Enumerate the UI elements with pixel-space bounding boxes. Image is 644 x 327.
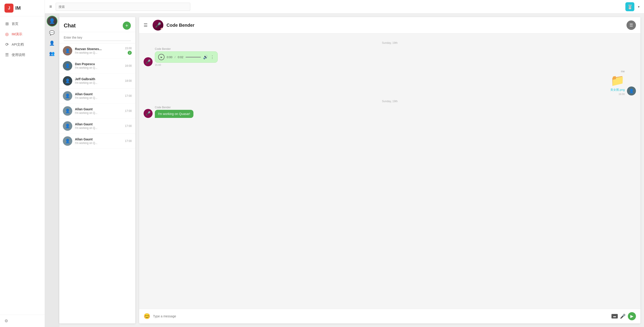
msg-time: 16:00: [610, 93, 625, 96]
chat-item-time: 16:00: [125, 64, 132, 67]
emoji-button[interactable]: 😊: [144, 313, 150, 319]
chat-item-info: Allan Gaunt I'm working on Q...: [75, 92, 122, 100]
chat-item-preview: I'm working on Q...: [75, 66, 122, 69]
file-bubble[interactable]: 📁 美女图.png: [610, 74, 625, 92]
sidebar-item-home-label: 首页: [12, 22, 18, 26]
hamburger-button[interactable]: ≡: [49, 4, 52, 9]
chat-item-avatar: 👤: [63, 106, 72, 116]
settings-icon: ⚙: [4, 318, 8, 323]
msg-content: me 📁 美女图.png 16:00: [610, 70, 625, 96]
sidebar-footer: ⚙: [0, 315, 45, 327]
message-row: 🎤 Code Bender 0:00 / 0:02 🔊 ⋮ 15:00: [144, 47, 636, 66]
chat-item-avatar: 👤: [63, 91, 72, 101]
header-avatar[interactable]: 🐰: [626, 2, 634, 11]
audio-volume-icon[interactable]: 🔊: [203, 55, 208, 60]
chat-item-avatar: 👤: [63, 76, 72, 86]
sidebar-item-usage-label: 使用说明: [12, 53, 25, 57]
chat-header-avatar: 🎤: [152, 20, 163, 31]
chat-item-avatar: 👤: [63, 136, 72, 146]
input-actions: ▬ 🎤 ▶: [612, 312, 636, 320]
send-button[interactable]: ▶: [628, 312, 636, 320]
audio-progress-bar[interactable]: [186, 57, 201, 58]
messages-area: Sunday, 19th 🎤 Code Bender 0:00 / 0:02 🔊…: [139, 34, 640, 309]
chat-header: ☰ 🎤 Code Bender ☰: [139, 17, 640, 34]
im-demo-icon: ◎: [4, 32, 10, 37]
message-input[interactable]: [153, 314, 609, 318]
chat-item-info: Razvan Stoenes... I'm working on Q...: [75, 47, 122, 54]
sidebar-item-home[interactable]: ⊞ 首页: [0, 19, 45, 29]
logo-area: J IM: [0, 0, 45, 17]
mic-button[interactable]: 🎤: [620, 313, 626, 319]
sidebar: J IM ⊞ 首页 ◎ IM演示 ⟳ API文档 ☰ 使用说明 ⚙: [0, 0, 45, 327]
header-dropdown-button[interactable]: ▾: [638, 5, 640, 9]
chat-search-input[interactable]: [64, 34, 131, 41]
usage-icon: ☰: [4, 52, 10, 57]
chat-list: 👤 Razvan Stoenes... I'm working on Q... …: [59, 43, 135, 323]
chat-list-toggle-icon[interactable]: ☰: [144, 23, 148, 28]
sidebar-item-im-demo-label: IM演示: [12, 32, 22, 36]
chat-item-meta: 15:00 2: [125, 47, 132, 55]
chat-item-name: Allan Gaunt: [75, 122, 122, 126]
msg-content: Code Bender 0:00 / 0:02 🔊 ⋮ 15:00: [155, 47, 218, 66]
settings-button[interactable]: ⚙: [4, 318, 40, 323]
main-header: ≡ 🐰 ▾: [45, 0, 644, 14]
api-docs-icon: ⟳: [4, 42, 10, 47]
more-options-button[interactable]: ☰: [626, 21, 636, 30]
message-row: 👤 me 📁 美女图.png 16:00: [144, 70, 636, 96]
date-label: Sunday, 19th: [380, 41, 400, 45]
chat-item-meta: 17:00: [125, 109, 132, 113]
chat-item-info: Dan Popescu I'm working on Q...: [75, 62, 122, 69]
chat-item-meta: 18:00: [125, 79, 132, 82]
chat-panel-icon[interactable]: 💬: [48, 29, 56, 37]
add-chat-button[interactable]: +: [123, 22, 131, 30]
audio-more-icon[interactable]: ⋮: [210, 55, 214, 60]
file-message: 📁 美女图.png: [610, 74, 625, 92]
audio-play-button[interactable]: [158, 54, 164, 60]
chat-item-preview: I'm working on Q...: [75, 142, 122, 145]
sidebar-item-usage[interactable]: ☰ 使用说明: [0, 50, 45, 60]
chat-list-item[interactable]: 👤 Jeff Galbraith I'm working on Q... 18:…: [59, 74, 135, 89]
msg-content: Code Bender I'm working on Quasar!: [155, 106, 194, 118]
msg-avatar: 🎤: [144, 57, 152, 66]
chat-item-info: Jeff Galbraith I'm working on Q...: [75, 77, 122, 85]
sidebar-nav: ⊞ 首页 ◎ IM演示 ⟳ API文档 ☰ 使用说明: [0, 17, 45, 315]
chat-list-panel: Chat + 👤 Razvan Stoenes... I'm working o…: [59, 17, 136, 323]
text-message-bubble: I'm working on Quasar!: [155, 110, 194, 118]
chat-item-time: 17:00: [125, 94, 132, 98]
file-attach-button[interactable]: ▬: [612, 314, 618, 318]
audio-current-time: 0:00: [167, 56, 172, 59]
home-icon: ⊞: [4, 21, 10, 26]
chat-list-item[interactable]: 👤 Razvan Stoenes... I'm working on Q... …: [59, 43, 135, 58]
chat-item-meta: 16:00: [125, 64, 132, 67]
chat-list-item[interactable]: 👤 Allan Gaunt I'm working on Q... 17:00: [59, 119, 135, 134]
chat-list-header: Chat +: [59, 17, 135, 32]
chat-list-item[interactable]: 👤 Dan Popescu I'm working on Q... 16:00: [59, 58, 135, 74]
logo-letter: J: [8, 6, 10, 11]
chat-item-time: 17:00: [125, 109, 132, 113]
chat-item-meta: 17:00: [125, 94, 132, 98]
chat-list-item[interactable]: 👤 Allan Gaunt I'm working on Q... 17:00: [59, 89, 135, 104]
chat-item-time: 15:00: [125, 47, 132, 50]
msg-time: 15:00: [155, 64, 218, 66]
msg-sender: Code Bender: [155, 47, 218, 51]
msg-sender: me: [610, 70, 625, 73]
chat-item-preview: I'm working on Q...: [75, 126, 122, 130]
chat-item-name: Jeff Galbraith: [75, 77, 122, 81]
chat-item-name: Dan Popescu: [75, 62, 122, 66]
chat-item-preview: I'm working on Q...: [75, 81, 122, 85]
chat-item-preview: I'm working on Q...: [75, 96, 122, 100]
chat-title: Chat: [64, 23, 76, 29]
chat-list-item[interactable]: 👤 Allan Gaunt I'm working on Q... 17:00: [59, 134, 135, 149]
search-input[interactable]: [56, 3, 190, 11]
group-panel-icon[interactable]: 👥: [48, 49, 56, 58]
chat-list-item[interactable]: 👤 Allan Gaunt I'm working on Q... 17:00: [59, 104, 135, 119]
chat-search-area: [59, 32, 135, 43]
chat-item-name: Allan Gaunt: [75, 107, 122, 111]
panel-avatar[interactable]: 👤: [47, 16, 58, 27]
logo-icon: J: [4, 4, 14, 13]
sidebar-item-im-demo[interactable]: ◎ IM演示: [0, 29, 45, 39]
contact-panel-icon[interactable]: 👤: [48, 39, 56, 47]
sidebar-item-api-docs[interactable]: ⟳ API文档: [0, 39, 45, 50]
content-area: 👤 💬 👤 👥 Chat + 👤 Razvan Stoenes... I'm w…: [45, 14, 644, 327]
chat-item-name: Razvan Stoenes...: [75, 47, 122, 51]
